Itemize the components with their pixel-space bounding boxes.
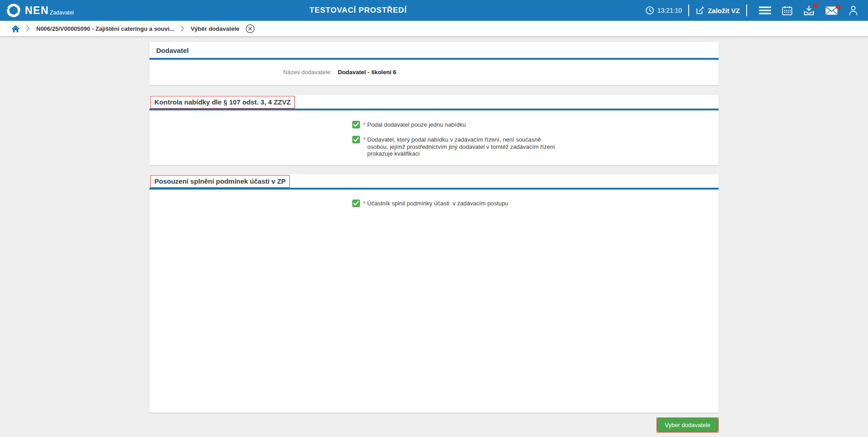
supplier-panel: Dodavatel Název dodavatele: Dodavatel - … (149, 42, 719, 85)
checkbox-label: Podal dodavatel pouze jednu nabídku (367, 121, 466, 128)
select-supplier-button[interactable]: Vyber dodavatele (657, 418, 718, 432)
checkmark-icon (353, 122, 359, 128)
breadcrumb: N006/25/V00005090 - Zajištění cateringu … (0, 21, 868, 36)
supplier-name-row: Název dodavatele: Dodavatel - školení 6 (149, 69, 719, 76)
notification-badge (836, 5, 840, 9)
clock-icon (645, 6, 654, 15)
chevron-right-icon (181, 25, 184, 32)
chevron-right-icon (26, 25, 30, 32)
home-button[interactable] (11, 25, 20, 33)
breadcrumb-item-procurement[interactable]: N006/25/V00005090 - Zajištění cateringu … (36, 25, 174, 32)
checkbox-label: Dodavatel, který podal nabídku v zadávac… (367, 136, 555, 157)
offer-control-panel: Kontrola nabídky dle § 107 odst. 3, 4 ZZ… (149, 95, 719, 165)
required-mark: * (363, 136, 365, 143)
divider (688, 5, 689, 16)
required-mark: * (363, 121, 365, 128)
mail-button[interactable] (825, 6, 838, 15)
create-vz-button[interactable]: Založit VZ (695, 6, 740, 15)
app-header: NEN Zadavatel TESTOVACÍ PROSTŘEDÍ 13:21:… (0, 0, 868, 21)
section-divider (149, 109, 719, 110)
checkbox-row-single-offer: * Podal dodavatel pouze jednu nabídku (149, 121, 719, 128)
select-supplier-button-highlight: Vyber dodavatele (657, 418, 719, 432)
calendar-button[interactable] (782, 6, 792, 15)
calendar-icon (782, 6, 792, 15)
menu-button[interactable] (759, 6, 771, 15)
logo-title: NEN (25, 5, 49, 16)
checkbox-row-conditions-met: * Účastník splnil podmínky účasti v zadá… (149, 200, 719, 207)
required-mark: * (363, 200, 365, 207)
checkbox-row-not-same-person: * Dodavatel, který podal nabídku v zadáv… (149, 136, 719, 157)
main-content: Dodavatel Název dodavatele: Dodavatel - … (149, 42, 719, 432)
current-time: 13:21:10 (657, 7, 682, 14)
checkbox-checked[interactable] (352, 136, 360, 143)
user-icon (849, 5, 858, 15)
conditions-assessment-panel: Posouzení splnění podmínek účasti v ZP *… (149, 174, 719, 413)
clock-display: 13:21:10 (645, 6, 682, 15)
divider (746, 5, 747, 16)
supplier-section-title: Dodavatel (149, 42, 719, 58)
assessment-section-title: Posouzení splnění podmínek účasti v ZP (150, 175, 290, 188)
nen-logo-icon (5, 2, 22, 19)
user-button[interactable] (849, 5, 858, 15)
notification-badge (813, 4, 817, 8)
footer-actions: Vyber dodavatele (149, 418, 719, 432)
inbox-download-button[interactable] (803, 5, 815, 16)
close-tab-button[interactable] (245, 24, 255, 33)
checkbox-checked[interactable] (352, 121, 360, 128)
header-actions: 13:21:10 Založit VZ (645, 0, 863, 21)
checkbox-checked[interactable] (352, 200, 360, 207)
create-vz-label: Založit VZ (708, 7, 740, 14)
checkmark-icon (353, 200, 359, 206)
checkbox-label: Účastník splnil podmínky účasti v zadáva… (367, 200, 508, 207)
breadcrumb-item-current[interactable]: Výběr dodavatele (191, 25, 240, 32)
menu-icon (759, 6, 771, 15)
logo-subtitle: Zadavatel (50, 10, 74, 16)
checkmark-icon (353, 137, 359, 142)
edit-icon (695, 6, 705, 15)
offer-control-section-title: Kontrola nabídky dle § 107 odst. 3, 4 ZZ… (150, 96, 295, 109)
section-divider (149, 58, 719, 60)
environment-title: TESTOVACÍ PROSTŘEDÍ (310, 6, 407, 15)
supplier-name-value: Dodavatel - školení 6 (338, 69, 396, 76)
close-icon (245, 24, 255, 33)
supplier-name-label: Název dodavatele: (149, 69, 332, 76)
section-divider (149, 188, 719, 190)
app-logo[interactable]: NEN Zadavatel (5, 2, 74, 19)
home-icon (11, 25, 20, 33)
